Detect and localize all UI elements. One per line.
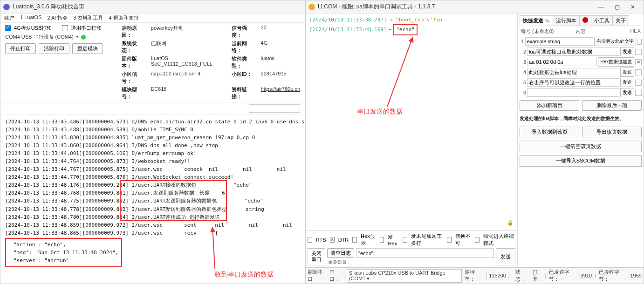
clear-print-button[interactable]: 清除打印 — [39, 43, 69, 54]
statusbar: 刷新串口 串口： Silicon Labs CP210x USB to UART… — [306, 267, 644, 284]
log-search-input[interactable] — [249, 104, 300, 113]
luatools-window: Luatools_3.0.6 降功耗找合宙 账户 1 LuatOS 2 AT指令… — [0, 0, 305, 284]
tab-tools[interactable]: 小工具 — [591, 15, 613, 26]
annotation-arrow-right — [362, 32, 432, 116]
quick-num: 2 — [520, 49, 526, 54]
luatools-icon — [3, 4, 10, 10]
clear-page-button[interactable]: 一键清空该页数据 — [520, 141, 642, 152]
send-input[interactable] — [356, 248, 494, 258]
state-value: 打开 — [533, 269, 542, 283]
chk-hexshow[interactable] — [352, 237, 357, 243]
com-port-label: COM4 USB 串行设备 (COM4) — [5, 34, 74, 41]
head-hex: HEX — [630, 28, 641, 35]
quick-hex-toggle[interactable]: ✕ — [635, 59, 642, 65]
status-dot-icon — [81, 35, 86, 40]
quick-row: 3Hex数据也能发✕ — [520, 57, 642, 67]
menu-account[interactable]: 账户 — [4, 14, 14, 21]
recv-bytes: 1959 — [630, 273, 642, 278]
quick-row: 1右击更改此处文字 — [520, 37, 642, 46]
menu-help[interactable]: 4 帮助和支持 — [109, 14, 138, 21]
clear-log-button[interactable]: 清空日志 — [327, 248, 354, 258]
menubar-left: 账户 1 LuatOS 2 AT指令 3 资料和工具 4 帮助和支持 — [0, 14, 305, 23]
tab-strip: 快捷发送 📎 运行脚本 小工具 关于 — [520, 15, 642, 26]
quick-send-button[interactable]: 发送 — [620, 68, 634, 77]
log-area[interactable]: [2024-10-13 11:33:43.486][000000004.573]… — [0, 115, 305, 284]
chk-force[interactable] — [475, 237, 480, 243]
stop-print-button[interactable]: 停止打印 — [5, 43, 36, 54]
titlebar-left: Luatools_3.0.6 降功耗找合宙 — [0, 0, 305, 14]
search-row — [0, 102, 305, 115]
side-note: 发送处理的lua脚本，同样对此处发送的数据生效。 — [520, 115, 642, 122]
chk-nocompl[interactable] — [447, 237, 452, 243]
quick-hex-toggle[interactable] — [637, 39, 642, 45]
menu-tools[interactable]: 3 资料和工具 — [73, 14, 103, 21]
more-settings-link[interactable]: 更多设置 — [327, 259, 494, 265]
chk-sendhex[interactable] — [380, 237, 384, 243]
add-item-button[interactable]: 添加新项目 — [520, 100, 579, 111]
import-sscom-button[interactable]: 一键导入SSCOM数据 — [520, 155, 642, 167]
chk-4g-label: 4G模块USB打印 — [14, 25, 52, 32]
llcom-icon — [308, 4, 315, 10]
chk-serial-label: 通用串口打印 — [71, 25, 102, 32]
quick-hex-toggle[interactable] — [635, 69, 642, 75]
quick-hex-toggle[interactable] — [635, 80, 642, 86]
terminal-output[interactable]: [2024/10/13 11:33:38.787] → ^boot_com'v'… — [306, 14, 517, 230]
head-num: 编号 (未命名0) — [521, 28, 575, 35]
minimize-button[interactable]: — — [593, 4, 609, 10]
maximize-button[interactable]: ▢ — [609, 4, 625, 10]
export-button[interactable]: 导出该页数据 — [582, 127, 642, 137]
quick-send-button[interactable]: 发送 — [620, 78, 634, 87]
quick-row: 2发送 — [520, 47, 642, 56]
echo-highlight: "echo" — [393, 24, 418, 36]
send-button[interactable]: 发送 — [496, 248, 515, 265]
svg-line-1 — [387, 37, 413, 107]
chk-4g-usb[interactable] — [5, 25, 11, 31]
quick-send-button[interactable]: 发送 — [620, 88, 634, 97]
menu-luatos[interactable]: 1 LuatOS — [20, 14, 41, 21]
module-info-grid: 启动原因：powerkey开机 信号强度：20 系统状态：已联网 当前网络：4G… — [122, 25, 300, 100]
tab-quicksend[interactable]: 快捷发送 📎 — [520, 15, 553, 26]
quick-input[interactable] — [527, 68, 619, 76]
lock-icon: 🔒 — [507, 219, 514, 227]
quick-send-button[interactable]: 发送 — [620, 47, 634, 56]
quick-input[interactable] — [525, 37, 593, 46]
restart-module-button[interactable]: 重启模块 — [72, 43, 103, 54]
quick-input[interactable] — [527, 58, 597, 66]
chk-dtr[interactable] — [330, 237, 335, 243]
close-port-button[interactable]: 关闭串口 — [308, 248, 325, 265]
quick-send-button[interactable]: 右击更改此处文字 — [594, 37, 636, 46]
llcom-window: LLCOM - 能跑Lua脚本的串口调试工具 - 1.1.3.7 — ▢ ✕ [… — [305, 0, 644, 284]
tab-runscript[interactable]: 运行脚本 — [553, 15, 580, 26]
menu-at[interactable]: 2 AT指令 — [47, 14, 68, 21]
titlebar-right: LLCOM - 能跑Lua脚本的串口调试工具 - 1.1.3.7 — ▢ ✕ — [306, 0, 644, 14]
tab-about[interactable]: 关于 — [612, 15, 629, 26]
quick-input[interactable] — [527, 47, 619, 56]
tab-record[interactable] — [579, 15, 591, 26]
quick-hex-toggle[interactable] — [635, 49, 642, 55]
quick-input[interactable] — [527, 78, 619, 87]
window-title-left: Luatools_3.0.6 降功耗找合宙 — [13, 3, 84, 11]
record-icon — [582, 17, 588, 23]
config-row: 4G模块USB打印 通用串口打印 COM4 USB 串行设备 (COM4) ▼ … — [0, 23, 305, 102]
quick-num: 4 — [520, 69, 526, 75]
quick-input[interactable] — [527, 88, 619, 97]
quick-hex-toggle[interactable] — [635, 90, 642, 96]
refresh-port-link[interactable]: 刷新串口 — [308, 269, 327, 283]
head-content: 内容 — [575, 28, 630, 35]
docs-link[interactable]: https://air780e.cn — [261, 86, 300, 100]
port-select[interactable]: Silicon Labs CP210x USB to UART Bridge (… — [347, 269, 462, 283]
chk-crlf[interactable] — [403, 237, 407, 243]
del-item-button[interactable]: 删除最后一项 — [582, 100, 642, 111]
import-button[interactable]: 导入数据到该页 — [520, 127, 579, 137]
baud-input[interactable]: 115200 — [486, 272, 508, 279]
quick-row: 5发送 — [520, 78, 642, 87]
quick-num: 6 — [520, 90, 526, 95]
uart-receive-highlight — [120, 180, 227, 221]
sidebar-quicksend: 快捷发送 📎 运行脚本 小工具 关于 编号 (未命名0) 内容 HEX 1右击更… — [518, 14, 644, 267]
chk-rts[interactable] — [308, 237, 312, 243]
chk-serial[interactable] — [62, 25, 68, 31]
quick-send-button[interactable]: Hex数据也能发 — [598, 57, 634, 67]
control-bar: RTS DTR Hex显示 发Hex 发末尾加回车换行 替换不可 强制进入终端模… — [306, 230, 517, 267]
window-title-right: LLCOM - 能跑Lua脚本的串口调试工具 - 1.1.3.7 — [318, 3, 435, 11]
close-button[interactable]: ✕ — [625, 4, 641, 10]
